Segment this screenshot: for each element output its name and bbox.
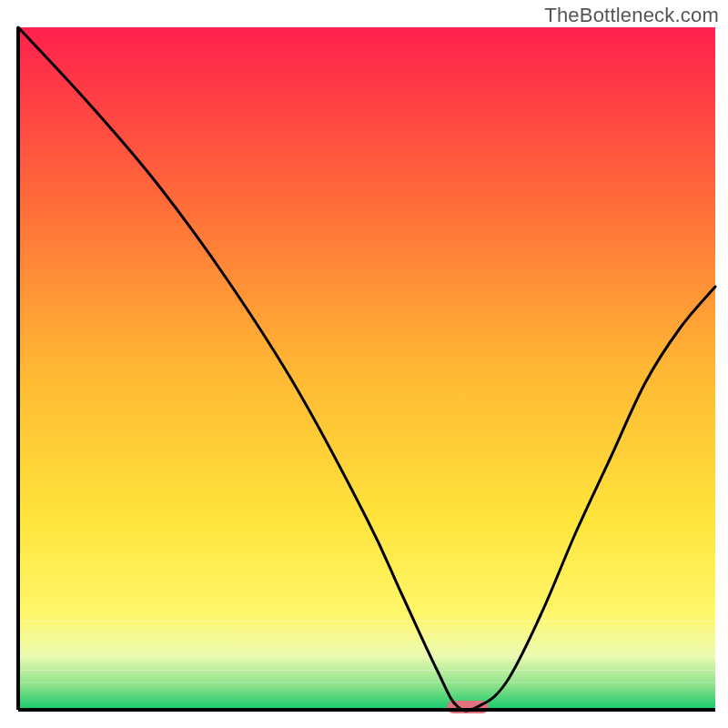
chart-svg <box>0 0 728 728</box>
watermark-label: TheBottleneck.com <box>544 4 719 27</box>
bottleneck-chart: TheBottleneck.com <box>0 0 728 728</box>
gradient-background <box>18 27 715 710</box>
